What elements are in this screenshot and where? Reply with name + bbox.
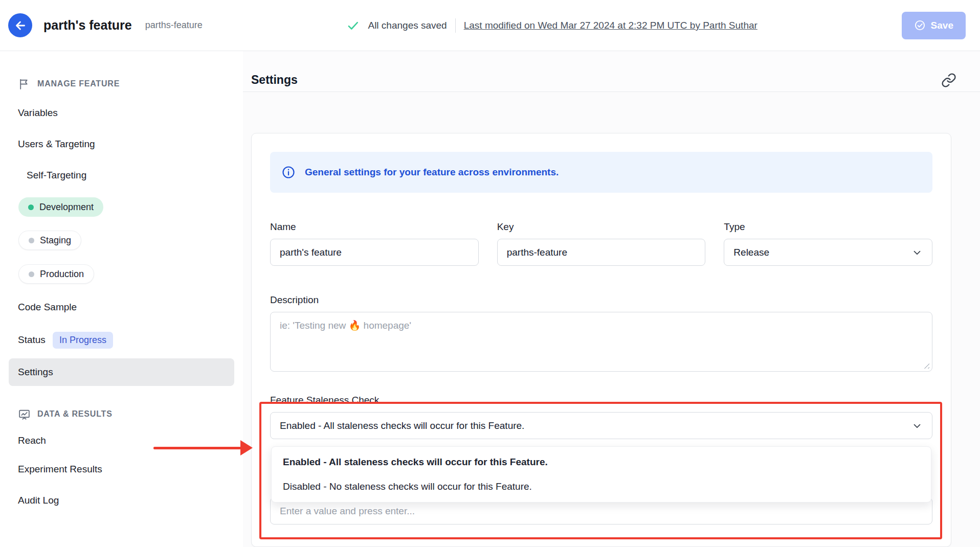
name-field-group: Name <box>270 221 479 266</box>
sidebar-item-label: Users & Targeting <box>18 139 95 150</box>
description-label: Description <box>270 294 932 306</box>
sidebar-item-label: Status <box>18 334 46 346</box>
sidebar-item-label: Code Sample <box>18 302 77 313</box>
type-select-value: Release <box>733 247 769 258</box>
green-dot-icon <box>28 204 34 210</box>
sidebar-item-label: Audit Log <box>18 495 59 506</box>
save-button[interactable]: Save <box>902 12 966 39</box>
sidebar-item-code-sample[interactable]: Code Sample <box>9 291 234 324</box>
sidebar-item-reach[interactable]: Reach <box>9 427 234 454</box>
name-input[interactable] <box>270 239 479 266</box>
chevron-down-icon <box>911 247 923 258</box>
top-bar: parth's feature parths-feature All chang… <box>0 0 980 51</box>
name-label: Name <box>270 221 479 233</box>
chevron-down-icon <box>911 420 923 431</box>
data-results-section-header: DATA & RESULTS <box>9 406 234 422</box>
description-field-group: Description <box>270 294 932 374</box>
sidebar-item-staging[interactable]: Staging <box>9 223 234 257</box>
divider <box>455 18 456 33</box>
sidebar-item-label: Settings <box>18 367 53 378</box>
main-content: Settings General se <box>243 51 980 547</box>
settings-header-bar: Settings <box>243 51 980 92</box>
environment-label: Production <box>40 269 84 280</box>
save-status-group: All changes saved Last modified on Wed M… <box>346 18 757 33</box>
check-circle-icon <box>914 19 926 31</box>
environment-label: Staging <box>40 235 71 246</box>
sidebar-item-experiment-results[interactable]: Experiment Results <box>9 454 234 485</box>
description-textarea[interactable] <box>270 312 932 372</box>
sidebar-item-status[interactable]: Status In Progress <box>9 324 234 356</box>
staleness-select-value: Enabled - All staleness checks will occu… <box>280 420 524 431</box>
copy-link-button[interactable] <box>941 73 956 88</box>
gray-dot-icon <box>29 271 34 277</box>
gray-dot-icon <box>29 238 34 243</box>
sidebar-item-label: Variables <box>18 107 58 119</box>
info-banner: General settings for your feature across… <box>270 152 932 193</box>
chart-icon <box>18 408 31 421</box>
sidebar: MANAGE FEATURE Variables Users & Targeti… <box>0 51 243 547</box>
type-select[interactable]: Release <box>724 239 932 266</box>
feature-title: parth's feature <box>43 18 132 33</box>
settings-card: General settings for your feature across… <box>251 133 951 547</box>
sidebar-item-development[interactable]: Development <box>9 191 234 223</box>
info-icon <box>281 165 296 179</box>
sidebar-item-audit-log[interactable]: Audit Log <box>9 485 234 516</box>
environment-pill-staging: Staging <box>18 231 81 250</box>
last-modified-link[interactable]: Last modified on Wed Mar 27 2024 at 2:32… <box>464 20 758 31</box>
flag-icon <box>18 78 31 90</box>
sidebar-item-settings[interactable]: Settings <box>9 358 234 386</box>
manage-feature-section-header: MANAGE FEATURE <box>9 76 234 92</box>
back-button[interactable] <box>8 13 32 37</box>
page-title: Settings <box>251 73 298 87</box>
staleness-select[interactable]: Enabled - All staleness checks will occu… <box>270 412 932 439</box>
type-field-group: Type Release <box>724 221 932 266</box>
check-icon <box>346 19 360 32</box>
environment-pill-development: Development <box>18 197 103 217</box>
sidebar-item-self-targeting[interactable]: Self-Targeting <box>9 159 234 191</box>
saved-status-text: All changes saved <box>368 20 447 31</box>
feature-key: parths-feature <box>145 20 203 31</box>
environment-pill-production: Production <box>18 264 94 284</box>
staleness-section: Feature Staleness Check Enabled - All st… <box>270 395 932 526</box>
data-results-label: DATA & RESULTS <box>37 409 113 419</box>
staleness-dropdown-area: Enabled - All staleness checks will occu… <box>270 446 932 526</box>
sidebar-item-label: Reach <box>18 435 46 446</box>
key-label: Key <box>497 221 706 233</box>
staleness-label: Feature Staleness Check <box>270 395 932 406</box>
key-field-group: Key <box>497 221 706 266</box>
staleness-option-enabled[interactable]: Enabled - All staleness checks will occu… <box>272 450 931 474</box>
sidebar-item-users-targeting[interactable]: Users & Targeting <box>9 128 234 159</box>
staleness-dropdown: Enabled - All staleness checks will occu… <box>271 446 931 503</box>
staleness-option-disabled[interactable]: Disabled - No staleness checks will occu… <box>272 474 931 499</box>
arrow-left-icon <box>14 19 27 32</box>
link-icon <box>941 73 956 88</box>
save-button-label: Save <box>931 20 953 31</box>
sidebar-item-label: Experiment Results <box>18 464 102 475</box>
type-label: Type <box>724 221 932 233</box>
status-badge: In Progress <box>53 332 113 349</box>
sidebar-item-variables[interactable]: Variables <box>9 97 234 128</box>
sidebar-item-production[interactable]: Production <box>9 257 234 291</box>
info-banner-text: General settings for your feature across… <box>305 167 559 178</box>
manage-feature-label: MANAGE FEATURE <box>37 79 120 88</box>
environment-label: Development <box>39 202 94 213</box>
sidebar-item-label: Self-Targeting <box>27 170 86 181</box>
key-input[interactable] <box>497 239 706 266</box>
